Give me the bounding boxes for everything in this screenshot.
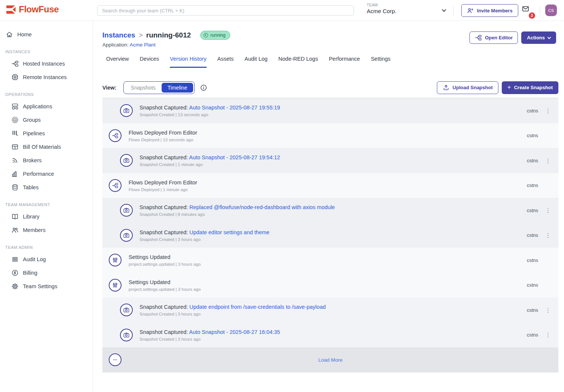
info-icon[interactable] <box>200 84 207 91</box>
sidebar-item-label: Team Settings <box>23 283 57 289</box>
sidebar-item-library[interactable]: Library <box>0 210 93 223</box>
sidebar-item-groups[interactable]: Groups <box>0 113 93 127</box>
upload-snapshot-button[interactable]: Upload Snapshot <box>437 81 498 94</box>
load-more-link[interactable]: Load More <box>102 357 558 363</box>
camera-icon <box>120 304 133 316</box>
sidebar-item-pipelines[interactable]: Pipelines <box>0 127 93 140</box>
sidebar-item-label: Tables <box>23 184 39 190</box>
open-editor-button[interactable]: Open Editor <box>470 31 518 44</box>
actions-button[interactable]: Actions <box>521 31 556 44</box>
main-content: Instances > running-6012 running Applica… <box>93 21 564 392</box>
sidebar-item-bill-of-materials[interactable]: Bill Of Materials <box>0 140 93 154</box>
tab-devices[interactable]: Devices <box>140 56 159 68</box>
timeline-row: Settings Updated project.settings.update… <box>102 248 558 273</box>
row-meta: Snapshot Created | 3 hours ago <box>140 312 326 316</box>
deploy-flow-icon <box>109 129 122 142</box>
status-label: running <box>210 33 225 38</box>
sidebar-item-label: Remote Instances <box>23 74 67 80</box>
tab-audit-log[interactable]: Audit Log <box>244 56 267 68</box>
timeline-row: Snapshot Captured: Auto Snapshot - 2025-… <box>102 323 558 348</box>
tab-version-history[interactable]: Version History <box>170 56 207 68</box>
tab-node-red-logs[interactable]: Node-RED Logs <box>278 56 318 68</box>
application-label: Application: <box>102 42 129 48</box>
toggle-timeline[interactable]: Timeline <box>162 83 193 93</box>
sliders-icon <box>109 279 122 292</box>
kebab-menu-icon[interactable]: ⋮ <box>538 208 558 213</box>
team-selector[interactable]: TEAM: Acme Corp. <box>367 3 396 14</box>
sidebar-item-label: Bill Of Materials <box>23 144 61 150</box>
snapshot-link[interactable]: Auto Snapshot - 2025-08-27 16:04:35 <box>189 329 280 335</box>
header-actions: Open Editor Actions <box>470 31 556 44</box>
row-meta: Snapshot Created | 3 hours ago <box>140 337 280 341</box>
row-meta: project.settings.updated | 3 hours ago <box>129 287 201 291</box>
sidebar-item-home[interactable]: Home <box>0 28 93 41</box>
ellipsis-icon[interactable] <box>109 353 122 366</box>
sidebar-item-remote-instances[interactable]: Remote Instances <box>0 70 93 84</box>
sidebar-item-hosted-instances[interactable]: Hosted Instances <box>0 57 93 70</box>
row-meta: Snapshot Created | 13 seconds ago <box>140 112 280 117</box>
breadcrumb-instances-link[interactable]: Instances <box>102 31 135 39</box>
chevron-down-icon[interactable] <box>442 7 446 12</box>
application-line: Application: Acme Plant <box>102 42 156 48</box>
camera-icon <box>120 329 133 341</box>
flowfuse-logo[interactable]: FlowFuse <box>6 4 59 15</box>
row-meta: project.settings.updated | 3 hours ago <box>129 262 201 266</box>
mail-icon[interactable] <box>522 5 529 12</box>
snapshot-link[interactable]: Auto Snapshot - 2025-08-27 19:55:19 <box>189 105 280 111</box>
snapshot-link[interactable]: Replaced @flowfuse/node-red-dashboard wi… <box>189 204 335 210</box>
avatar[interactable]: CS <box>545 4 557 16</box>
page-title: running-6012 <box>146 31 191 39</box>
flow-icon <box>11 60 19 67</box>
snapshot-link[interactable]: Auto Snapshot - 2025-08-27 19:54:12 <box>189 154 280 160</box>
sidebar-item-billing[interactable]: Billing <box>0 266 93 280</box>
row-title-prefix: Snapshot Captured: <box>140 105 189 111</box>
sidebar-item-team-settings[interactable]: Team Settings <box>0 280 93 293</box>
kebab-menu-icon[interactable]: ⋮ <box>538 108 558 114</box>
kebab-menu-icon[interactable]: ⋮ <box>538 307 558 313</box>
sidebar-item-brokers[interactable]: Brokers <box>0 154 93 167</box>
users-icon <box>11 226 19 234</box>
row-title-prefix: Snapshot Captured: <box>140 154 189 160</box>
tab-overview[interactable]: Overview <box>106 56 129 68</box>
create-snapshot-button[interactable]: + Create Snapshot <box>502 81 558 94</box>
status-badge: running <box>200 31 230 40</box>
snapshot-link[interactable]: Update endpoint from /save-credentials t… <box>189 304 326 310</box>
view-label: View: <box>102 85 117 91</box>
search-input[interactable] <box>97 5 354 16</box>
application-link[interactable]: Acme Plant <box>130 42 156 48</box>
home-icon <box>6 31 13 38</box>
timeline-row: Snapshot Captured: Auto Snapshot - 2025-… <box>102 98 558 123</box>
sidebar-item-label: Brokers <box>23 157 42 163</box>
kebab-menu-icon[interactable]: ⋮ <box>538 332 558 338</box>
row-user: cstns <box>527 257 538 263</box>
sidebar-item-performance[interactable]: Performance <box>0 167 93 181</box>
pipelines-icon <box>11 130 19 137</box>
create-snapshot-label: Create Snapshot <box>514 85 553 90</box>
timeline-row: Settings Updated project.settings.update… <box>102 273 558 298</box>
kebab-menu-icon[interactable]: ⋮ <box>538 232 558 238</box>
camera-icon <box>120 229 133 242</box>
sidebar-item-label: Hosted Instances <box>23 61 65 67</box>
tab-settings[interactable]: Settings <box>371 56 390 68</box>
sidebar-item-tables[interactable]: Tables <box>0 181 93 194</box>
snapshot-link[interactable]: Update editor settings and theme <box>189 229 270 235</box>
tab-assets[interactable]: Assets <box>218 56 234 68</box>
timeline-load-more-row: Load More <box>102 347 558 373</box>
tab-performance[interactable]: Performance <box>329 56 360 68</box>
sidebar: Home INSTANCES Hosted Instances Remote I… <box>0 21 93 392</box>
row-meta: Flows Deployed | 1 minute ago <box>129 187 197 192</box>
kebab-menu-icon[interactable]: ⋮ <box>538 158 558 163</box>
bar-chart-icon <box>11 170 19 178</box>
timeline-row: Snapshot Captured: Update editor setting… <box>102 223 558 248</box>
book-icon <box>11 213 19 220</box>
sidebar-item-members[interactable]: Members <box>0 223 93 237</box>
timeline-row: Flows Deployed From Editor Flows Deploye… <box>102 173 558 198</box>
open-editor-label: Open Editor <box>485 35 513 40</box>
invite-members-button[interactable]: Invite Members <box>461 4 518 17</box>
notification-badge: 2 <box>529 12 535 19</box>
sidebar-item-audit-log[interactable]: Audit Log <box>0 253 93 266</box>
sidebar-item-applications[interactable]: Applications <box>0 100 93 113</box>
upload-snapshot-label: Upload Snapshot <box>453 85 493 90</box>
sidebar-item-label: Library <box>23 214 39 220</box>
toggle-snapshots[interactable]: Snapshots <box>125 83 162 93</box>
